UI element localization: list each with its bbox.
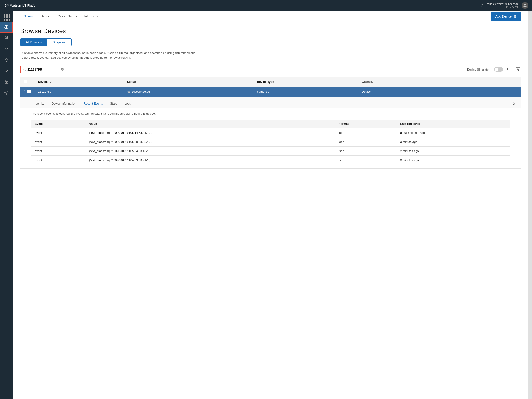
sidebar xyxy=(0,11,13,399)
app-title: IBM Watson IoT Platform xyxy=(4,4,39,7)
devices-table: Device ID Status Device Type Class ID ˅ xyxy=(20,77,521,169)
tab-device-types[interactable]: Device Types xyxy=(54,12,81,21)
svg-rect-2 xyxy=(6,26,7,28)
select-all-checkbox[interactable] xyxy=(24,80,27,83)
toggle-tabs: All Devices Diagnose xyxy=(20,38,72,46)
device-simulator-toggle[interactable] xyxy=(494,67,503,72)
table-header: Device ID Status Device Type Class ID xyxy=(20,77,521,87)
event-name: event xyxy=(31,155,86,165)
event-row[interactable]: event {"evt_timestamp":"2020-01-19T05:04… xyxy=(31,146,510,155)
event-format: json xyxy=(335,137,397,146)
row-more-icon[interactable]: ··· xyxy=(513,90,517,94)
tab-browse[interactable]: Browse xyxy=(20,12,38,21)
sidebar-item-security[interactable] xyxy=(0,55,13,66)
avatar[interactable] xyxy=(521,2,528,9)
sidebar-item-analytics[interactable] xyxy=(0,44,13,55)
row-navigate-icon[interactable]: → xyxy=(506,90,509,94)
detail-close-button[interactable]: ✕ xyxy=(511,100,517,108)
disconnected-icon xyxy=(127,90,131,94)
filter-icon[interactable] xyxy=(515,66,521,73)
event-last-received: a few seconds ago xyxy=(397,128,510,137)
fingerprint-icon xyxy=(4,57,9,64)
search-icon xyxy=(23,68,26,71)
content-area: Browse Action Device Types Interfaces Ad… xyxy=(13,11,528,399)
settings-icon xyxy=(4,90,9,96)
col-status: Status xyxy=(123,77,253,87)
events-col-format: Format xyxy=(335,120,397,128)
event-format: json xyxy=(335,146,397,155)
event-last-received: 2 minutes ago xyxy=(397,146,510,155)
event-name: event xyxy=(31,137,86,146)
analytics-icon xyxy=(4,46,9,52)
status-text: Disconnected xyxy=(132,90,150,93)
detail-tab-logs[interactable]: Logs xyxy=(121,100,134,108)
event-row[interactable]: event {"evt_timestamp":"2020-01-19T05:14… xyxy=(31,128,510,137)
search-row: Device Simulator xyxy=(20,66,521,73)
nav-tabs: Browse Action Device Types Interfaces xyxy=(20,12,102,21)
scrollbar-edge xyxy=(528,11,532,399)
detail-description: The recent events listed show the live s… xyxy=(31,112,510,115)
svg-line-21 xyxy=(25,70,26,71)
tab-interfaces[interactable]: Interfaces xyxy=(81,12,102,21)
event-format: json xyxy=(335,128,397,137)
page-content: Browse Devices All Devices Diagnose This… xyxy=(13,22,528,399)
event-row[interactable]: event {"evt_timestamp":"2020-01-19T05:09… xyxy=(31,137,510,146)
sidebar-item-lock[interactable] xyxy=(0,77,13,88)
events-col-last-received: Last Received xyxy=(397,120,510,128)
event-last-received: 3 minutes ago xyxy=(397,155,510,165)
header-right: ? carlos.ferreira1@ibm.com ID: mf5q19 xyxy=(481,2,528,9)
col-device-id: Device ID xyxy=(34,77,123,87)
events-body: event {"evt_timestamp":"2020-01-19T05:14… xyxy=(31,128,510,165)
sidebar-item-chart[interactable] xyxy=(0,66,13,77)
table-row[interactable]: ˅ 111137F8 Disconnected xyxy=(20,87,521,97)
sidebar-item-settings[interactable] xyxy=(0,88,13,99)
svg-point-20 xyxy=(23,68,25,70)
col-device-type: Device Type xyxy=(253,77,358,87)
user-id: ID: mf5q19 xyxy=(506,6,518,8)
event-value: {"evt_timestamp":"2020-01-19T05:04:53.13… xyxy=(86,146,335,155)
event-format: json xyxy=(335,155,397,165)
search-clear-icon[interactable] xyxy=(61,68,64,71)
svg-point-18 xyxy=(6,82,7,83)
toggle-diagnose[interactable]: Diagnose xyxy=(47,39,71,46)
device-simulator-label: Device Simulator xyxy=(467,68,490,71)
sidebar-item-apps[interactable] xyxy=(0,13,13,22)
sidebar-item-members[interactable] xyxy=(0,33,13,44)
expand-chevron-icon[interactable]: ˅ xyxy=(24,90,25,93)
top-header: IBM Watson IoT Platform ? carlos.ferreir… xyxy=(0,0,532,11)
view-columns-icon[interactable] xyxy=(506,66,512,73)
events-col-value: Value xyxy=(86,120,335,128)
toggle-all-devices[interactable]: All Devices xyxy=(20,39,47,46)
detail-tab-device-info[interactable]: Device Information xyxy=(48,100,80,108)
detail-panel: Identity Device Information Recent Event… xyxy=(20,97,521,168)
search-container xyxy=(20,66,70,73)
events-table: Event Value Format Last Received xyxy=(31,120,510,165)
add-icon: ⊕ xyxy=(513,14,516,19)
event-value: {"evt_timestamp":"2020-01-19T05:14:53.21… xyxy=(86,128,335,137)
detail-tabs: Identity Device Information Recent Event… xyxy=(20,97,521,108)
add-device-label: Add Device xyxy=(495,15,512,18)
lock-icon xyxy=(4,79,9,85)
main-layout: Browse Action Device Types Interfaces Ad… xyxy=(0,11,532,399)
apps-grid-icon xyxy=(2,12,11,20)
detail-tab-recent-events[interactable]: Recent Events xyxy=(80,100,107,108)
event-row[interactable]: event {"evt_timestamp":"2020-01-19T04:59… xyxy=(31,155,510,165)
help-icon[interactable]: ? xyxy=(481,3,483,7)
detail-tab-state[interactable]: State xyxy=(107,100,121,108)
search-input[interactable] xyxy=(27,68,59,71)
col-class-id: Class ID xyxy=(358,77,440,87)
svg-point-0 xyxy=(524,4,526,6)
detail-tab-identity[interactable]: Identity xyxy=(31,100,48,108)
add-device-button[interactable]: Add Device ⊕ xyxy=(491,12,521,21)
col-actions xyxy=(440,77,521,87)
top-nav: Browse Action Device Types Interfaces Ad… xyxy=(13,11,528,22)
members-icon xyxy=(4,35,9,42)
sidebar-item-devices[interactable] xyxy=(0,22,13,33)
user-info: carlos.ferreira1@ibm.com ID: mf5q19 xyxy=(486,2,518,8)
tab-action[interactable]: Action xyxy=(38,12,54,21)
row-checkbox[interactable] xyxy=(27,90,31,93)
svg-point-19 xyxy=(6,92,7,93)
svg-point-16 xyxy=(7,36,8,38)
svg-point-15 xyxy=(5,37,6,38)
cell-class-id: Device xyxy=(358,87,440,97)
